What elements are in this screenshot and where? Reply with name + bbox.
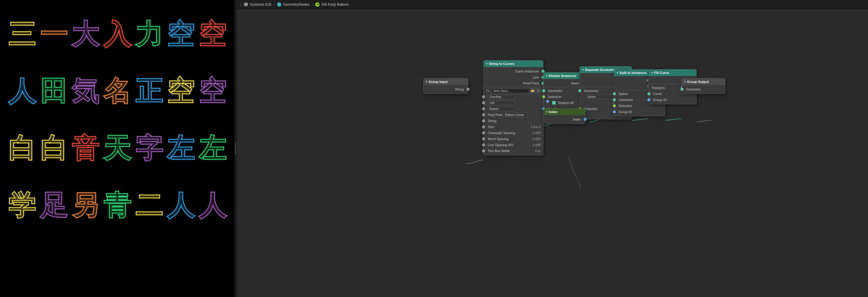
align-select[interactable]: Left [488, 101, 515, 105]
stc-textbox-label: Text Box Width [488, 149, 510, 153]
stc-string-label: String [488, 119, 497, 123]
stc-title: String to Curves [489, 62, 515, 65]
si-geo-socket[interactable] [613, 98, 616, 101]
font-name-field[interactable]: Noto Sans... [492, 89, 529, 93]
canvas-area[interactable]: ▾ Group Input String ▾ String to Curves … [237, 9, 868, 297]
ri-geo-input-socket[interactable] [542, 89, 545, 92]
pivot-point-select[interactable]: Bottom Center [503, 113, 527, 117]
geo-nodes-icon [277, 2, 281, 7]
stc-font-row[interactable]: F▾ Noto Sans... 📂 ✕ [484, 88, 543, 94]
kanji-4: 入 [101, 6, 133, 63]
stc-textbox-value: 0 m [535, 149, 541, 153]
pivot-input-socket[interactable] [482, 113, 485, 116]
modifier-icon: 26 [315, 2, 319, 7]
string-output-socket[interactable] [466, 88, 469, 91]
group-input-chevron: ▾ [426, 80, 427, 83]
fc-curve-socket[interactable] [647, 92, 650, 95]
string-to-curves-node[interactable]: ▾ String to Curves Curve Instances Line … [483, 60, 544, 155]
kanji-16: 天 [101, 120, 133, 177]
stc-overflow-row[interactable]: Overflow [484, 94, 543, 100]
fc-groupid-label: Group ID [653, 98, 666, 101]
ri-realize-all-socket[interactable] [546, 100, 549, 103]
align-input-socket[interactable] [482, 101, 485, 104]
sg-geo-socket[interactable] [578, 89, 581, 92]
ri-selection-socket[interactable] [542, 95, 545, 98]
si-geo-label: Geometry [619, 98, 633, 101]
group-input-node[interactable]: ▾ Group Input String [423, 78, 468, 94]
breadcrumb-nodetree[interactable]: 26 GN Kanji Balloon [315, 2, 349, 7]
si-chevron: ▾ [617, 71, 618, 74]
breadcrumb-nodetree-label: GN Kanji Balloon [321, 2, 349, 7]
chevron-right-icon: › [240, 2, 241, 7]
textbox-socket[interactable] [482, 149, 485, 152]
si-sel-socket[interactable] [613, 104, 616, 107]
overflow-select[interactable]: Overflow [488, 95, 515, 99]
connections-svg [237, 9, 868, 297]
word-spacing-socket[interactable] [482, 138, 485, 140]
stc-word-spacing-row[interactable]: Word Spacing 1.000 [484, 136, 543, 142]
font-name-text: Noto Sans... [494, 89, 510, 93]
stc-char-spacing-row[interactable]: Character Spacing 1.000 [484, 130, 543, 136]
kanji-9: 気 [69, 63, 101, 120]
char-spacing-socket[interactable] [482, 131, 485, 135]
kanji-5: 力 [133, 6, 165, 63]
go-geo-socket[interactable] [680, 88, 683, 91]
valign-select[interactable]: Bottom [488, 107, 515, 111]
ri-realize-all-checkbox[interactable]: ✓ [552, 101, 556, 105]
ri-realize-all-label: Realize All [558, 101, 574, 105]
kanji-24: 人 [165, 177, 197, 234]
stc-line-label: Line [533, 76, 539, 79]
overflow-input-socket[interactable] [482, 95, 485, 98]
kanji-15: 音 [69, 120, 101, 177]
stc-word-spacing-label: Word Spacing [488, 137, 508, 141]
stc-valign-row[interactable]: Bottom [484, 106, 543, 112]
stc-size-row[interactable]: Size 1.54 m [484, 124, 543, 130]
fc-groupid-socket[interactable] [647, 98, 650, 101]
stc-pivot-point-row[interactable]: Pivot Point Bottom Center [484, 112, 543, 118]
topbar: › Suzanne.018 › GeometryNodes › 26 GN Ka… [237, 0, 868, 9]
si-spline-socket[interactable] [613, 92, 616, 95]
kanji-21: 另 [69, 177, 101, 234]
index-output-row: Index [544, 116, 585, 122]
fc-groupid-row[interactable]: Group ID [649, 97, 696, 103]
go-geo-row[interactable]: Geometry [682, 86, 725, 92]
kanji-22: 青 [101, 177, 133, 234]
font-clear-btn[interactable]: ✕ [536, 88, 541, 93]
overflow-label: Overflow [489, 95, 501, 98]
group-input-body: String [424, 85, 468, 93]
stc-chevron: ▾ [486, 62, 488, 65]
kanji-6b: 空 [196, 6, 228, 63]
valign-label: Bottom [489, 107, 499, 111]
breadcrumb-modifier[interactable]: GeometryNodes [277, 2, 309, 7]
size-input-socket[interactable] [482, 125, 485, 128]
node-editor[interactable]: › Suzanne.018 › GeometryNodes › 26 GN Ka… [237, 0, 868, 297]
ri-chevron: ▾ [546, 74, 548, 77]
align-label: Left [489, 101, 494, 105]
stc-align-row[interactable]: Left [484, 100, 543, 106]
index-output-socket[interactable] [584, 118, 587, 121]
kanji-24b: 人 [196, 177, 228, 234]
string-input-socket[interactable] [482, 119, 485, 122]
kanji-13: 白 [6, 120, 38, 177]
ri-title: Realize Instances [549, 74, 577, 78]
stc-textbox-row[interactable]: Text Box Width 0 m [484, 148, 543, 154]
3d-viewport[interactable]: 三 一 大 入 力 空 空 人 田 気 名 正 空 空 白 白 音 天 字 左 … [0, 0, 235, 297]
font-browse-btn[interactable]: 📂 [530, 88, 535, 93]
stc-line-spacing-row[interactable]: Line Spacing 000 1.000 [484, 142, 543, 148]
stc-string-row[interactable]: String [484, 118, 543, 124]
sg-spline-select[interactable]: Spline [586, 95, 613, 99]
line-spacing-socket[interactable] [482, 143, 485, 146]
index-body: Index [544, 115, 585, 123]
viewport-divider[interactable] [235, 0, 237, 297]
stc-body: Curve Instances Line Pivot Point F▾ Noto… [484, 67, 543, 155]
valign-input-socket[interactable] [482, 107, 485, 110]
kanji-20: 足 [38, 177, 70, 234]
si-groupid-in-row[interactable]: Group ID [614, 109, 665, 115]
group-input-title: Group Input [429, 80, 447, 84]
si-groupid-in-socket[interactable] [613, 110, 616, 113]
kanji-10: 名 [101, 63, 133, 120]
group-output-node[interactable]: ▾ Group Output Geometry [682, 78, 725, 94]
kanji-17: 字 [133, 120, 165, 177]
index-node[interactable]: ▾ Index Index [544, 108, 586, 124]
breadcrumb-object[interactable]: Suzanne.018 [244, 2, 271, 7]
